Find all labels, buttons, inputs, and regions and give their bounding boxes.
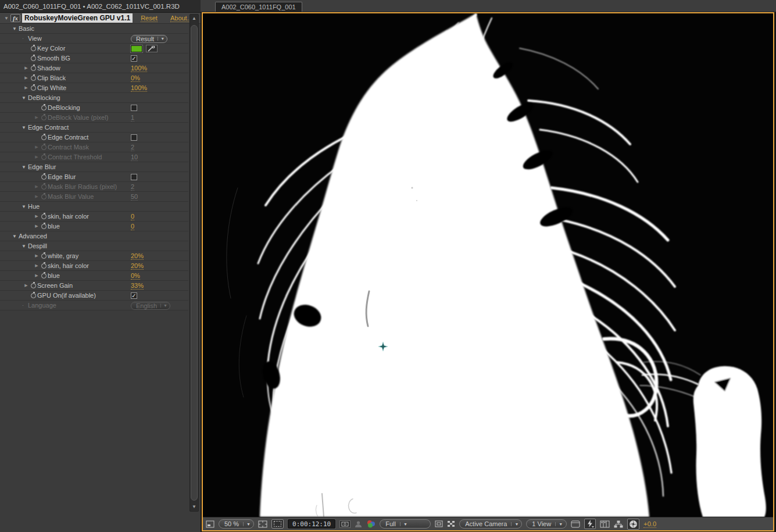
effect-property-mask-blur-value[interactable]: ▶Mask Blur Value50 [0,192,188,202]
stopwatch-icon[interactable] [41,214,47,219]
current-time-field[interactable]: 0:00:12:10 [288,519,335,529]
effect-property-contract-mask[interactable]: ▶Contract Mask2 [0,142,188,152]
stopwatch-icon[interactable] [31,66,36,71]
panel-collapse-icon[interactable]: ▼ [4,16,9,21]
property-value[interactable]: 10 [131,153,138,161]
group-twirl-icon[interactable]: ▼ [20,95,28,101]
stopwatch-icon[interactable] [41,135,47,140]
property-checkbox[interactable] [131,105,137,111]
property-expander-icon[interactable]: ▶ [33,224,41,228]
pixel-aspect-correction-icon[interactable] [571,520,580,528]
composition-tab[interactable]: A002_C060_1011FQ_001 [215,2,302,12]
view-layout-dropdown[interactable]: 1 View▼ [526,519,567,529]
property-expander-icon[interactable]: ▶ [33,145,41,149]
flowchart-icon[interactable] [614,520,623,528]
stopwatch-icon[interactable] [41,273,47,279]
effect-group-hue[interactable]: ▼Hue [0,202,188,212]
property-checkbox[interactable] [131,174,137,180]
stopwatch-icon[interactable] [31,76,36,81]
show-channel-icon[interactable] [366,520,376,528]
effect-group-deblocking[interactable]: ▼DeBlocking [0,93,188,103]
property-expander-icon[interactable]: ▶ [22,76,30,80]
group-twirl-icon[interactable]: ▼ [10,26,19,31]
property-value[interactable]: 2 [131,144,134,151]
property-value[interactable]: 20% [131,262,144,270]
property-value[interactable]: 2 [131,183,134,191]
stopwatch-icon[interactable] [31,56,36,61]
effect-property-deblock-value-pixel[interactable]: ▶DeBlock Value (pixel)1 [0,113,188,123]
property-value[interactable]: 0 [131,213,134,220]
effect-controls-tab[interactable]: A002_C060_1011FQ_001 • A002_C062_1011VC_… [0,0,201,13]
reset-effect-link[interactable]: Reset [141,15,158,22]
stopwatch-icon[interactable] [41,263,47,269]
effect-name[interactable]: RobuskeyMovieGreen GPU v1.1 [22,13,133,23]
effect-property-clip-white[interactable]: ▶Clip White100% [0,83,188,93]
effect-property-view[interactable]: ·ViewResult▼ [0,34,188,44]
show-snapshot-icon[interactable] [355,520,362,528]
effect-property-blue[interactable]: ▶blue0% [0,271,188,281]
group-twirl-icon[interactable]: ▼ [10,234,19,239]
effect-property-language[interactable]: ·LanguageEnglish▼ [0,301,188,310]
snapshot-camera-icon[interactable] [339,520,351,528]
3d-view-dropdown[interactable]: Active Camera▼ [459,519,522,529]
region-of-interest-icon[interactable] [271,519,284,529]
effect-group-despill[interactable]: ▼Despill [0,241,188,251]
effect-property-edge-blur[interactable]: Edge Blur [0,172,188,182]
property-expander-icon[interactable]: ▶ [33,155,41,159]
stopwatch-icon[interactable] [31,85,36,91]
property-value[interactable]: 0% [131,74,140,82]
stopwatch-icon[interactable] [41,194,47,199]
property-value[interactable]: 20% [131,252,144,260]
group-twirl-icon[interactable]: ▼ [20,204,28,209]
group-twirl-icon[interactable]: ▼ [20,125,28,130]
fast-previews-icon[interactable] [584,519,596,529]
effect-property-white-gray[interactable]: ▶white, gray20% [0,251,188,261]
effect-property-deblocking[interactable]: DeBlocking [0,103,188,113]
grid-guides-icon[interactable] [258,520,267,528]
effect-property-shadow[interactable]: ▶Shadow100% [0,63,188,73]
property-checkbox[interactable]: ✓ [131,292,137,299]
property-value[interactable]: 100% [131,65,147,72]
property-value[interactable]: 0 [131,223,134,230]
scrollbar-track[interactable] [191,23,198,503]
exposure-value[interactable]: +0.0 [643,520,656,528]
effect-property-smooth-bg[interactable]: Smooth BG✓ [0,53,188,63]
effect-property-contract-threshold[interactable]: ▶Contract Threshold10 [0,152,188,162]
stopwatch-icon[interactable] [41,115,47,120]
transparency-grid-icon[interactable] [447,520,455,527]
property-value[interactable]: 33% [131,282,144,290]
scrollbar-thumb[interactable] [191,25,198,501]
effect-property-skin-hair-color[interactable]: ▶skin, hair color0 [0,212,188,222]
scroll-up-icon[interactable]: ▲ [192,15,196,23]
property-dropdown[interactable]: English▼ [131,302,170,310]
effect-group-basic[interactable]: ▼Basic [0,24,188,34]
effect-property-skin-hair-color[interactable]: ▶skin, hair color20% [0,261,188,271]
property-expander-icon[interactable]: ▶ [33,115,41,120]
property-expander-icon[interactable]: ▶ [33,273,41,278]
stopwatch-icon[interactable] [31,293,36,298]
target-region-icon[interactable] [435,520,443,527]
property-expander-icon[interactable]: ▶ [22,283,30,288]
effect-property-blue[interactable]: ▶blue0 [0,222,188,231]
property-value[interactable]: 1 [131,114,134,122]
stopwatch-icon[interactable] [41,224,47,229]
group-twirl-icon[interactable]: ▼ [20,244,28,249]
property-value[interactable]: 100% [131,84,147,92]
timeline-icon[interactable] [600,520,610,528]
effect-group-edge-contract[interactable]: ▼Edge Contract [0,123,188,133]
stopwatch-icon[interactable] [41,174,47,180]
property-expander-icon[interactable]: ▶ [33,263,41,268]
effect-group-edge-blur[interactable]: ▼Edge Blur [0,162,188,172]
effect-group-advanced[interactable]: ▼Advanced [0,231,188,241]
reset-exposure-icon[interactable] [627,519,639,530]
property-expander-icon[interactable]: ▶ [33,214,41,219]
property-expander-icon[interactable]: ▶ [22,85,30,90]
property-expander-icon[interactable]: ▶ [33,253,41,258]
stopwatch-icon[interactable] [41,105,47,110]
magnification-dropdown[interactable]: 50 %▼ [219,519,254,529]
effect-property-edge-contract[interactable]: Edge Contract [0,133,188,142]
stopwatch-icon[interactable] [41,145,47,150]
composition-canvas[interactable] [203,13,773,517]
effect-property-key-color[interactable]: Key Color [0,44,188,53]
resolution-dropdown[interactable]: Full▼ [380,519,431,529]
